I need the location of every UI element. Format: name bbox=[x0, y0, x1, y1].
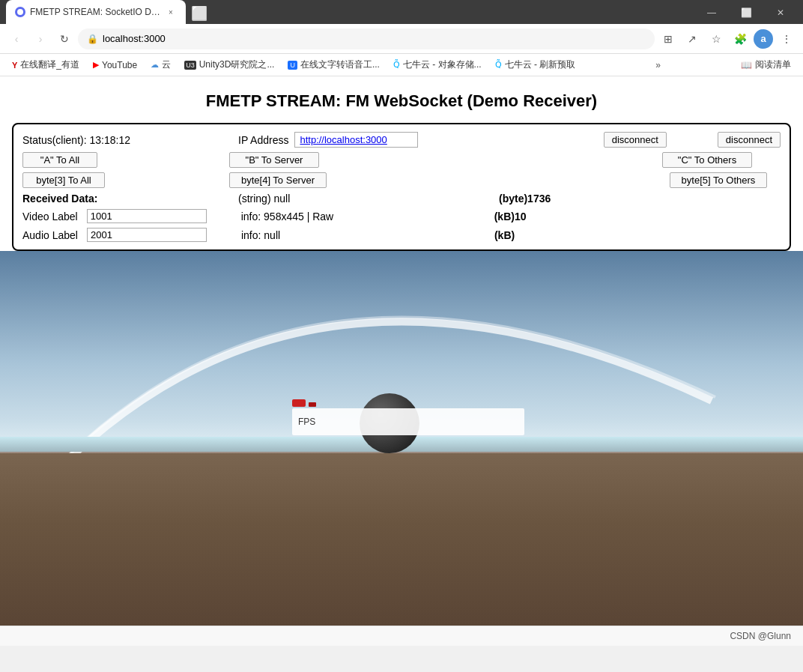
extensions-button[interactable]: 🧩 bbox=[730, 28, 751, 49]
disconnect-button-2[interactable]: disconnect bbox=[718, 132, 781, 148]
youdao-favicon: Y bbox=[12, 61, 17, 70]
minimize-button[interactable]: — bbox=[695, 1, 728, 24]
c-to-others-button[interactable]: "C" To Others bbox=[662, 152, 752, 168]
forward-button[interactable]: › bbox=[30, 28, 51, 49]
bookmark-unity3d-label: Unity3D研究院之... bbox=[199, 58, 275, 71]
a-to-all-button[interactable]: "A" To All bbox=[22, 152, 97, 168]
status-text: Status(client): 13:18:12 bbox=[22, 134, 232, 146]
bookmark-qiniu2[interactable]: Q̃ 七牛云 - 刷新预取 bbox=[489, 57, 582, 73]
control-panel: Status(client): 13:18:12 IP Address disc… bbox=[12, 123, 791, 251]
browser-chrome: FMETP STREAM: SocketIO Der... × ⬜ — ⬜ ✕ … bbox=[0, 0, 803, 76]
address-bar[interactable]: 🔒 bbox=[78, 28, 655, 49]
maximize-button[interactable]: ⬜ bbox=[730, 1, 763, 24]
panel-row-3: byte[3] To All byte[4] To Server byte[5]… bbox=[22, 172, 781, 188]
info-null: info: null bbox=[241, 229, 488, 241]
nav-actions: ⊞ ↗ ☆ 🧩 a ⋮ bbox=[658, 28, 797, 49]
refresh-button[interactable]: ↻ bbox=[54, 28, 75, 49]
bookmark-unity3d[interactable]: U3 Unity3D研究院之... bbox=[178, 57, 280, 73]
user-avatar[interactable]: a bbox=[754, 29, 773, 49]
reading-list-icon: 📖 bbox=[741, 60, 752, 70]
nav-bar: ‹ › ↻ 🔒 ⊞ ↗ ☆ 🧩 a ⋮ bbox=[0, 24, 803, 54]
cloud-favicon: ☁ bbox=[151, 60, 159, 70]
video-label-input[interactable] bbox=[87, 209, 207, 223]
footer-text: CSDN @Glunn bbox=[730, 631, 791, 641]
kb-empty-label: (kB) bbox=[494, 229, 515, 241]
menu-button[interactable]: ⋮ bbox=[776, 28, 797, 49]
tab-title: FMETP STREAM: SocketIO Der... bbox=[30, 7, 160, 17]
bookmark-online-text[interactable]: U 在线文字转语音工... bbox=[282, 57, 386, 73]
ip-input[interactable] bbox=[294, 132, 418, 148]
footer: CSDN @Glunn bbox=[0, 626, 803, 646]
byte5-to-others-button[interactable]: byte[5] To Others bbox=[670, 172, 767, 188]
audio-label-input[interactable] bbox=[87, 228, 207, 242]
bookmark-star-button[interactable]: ☆ bbox=[706, 28, 727, 49]
received-data-label: Received Data: bbox=[22, 193, 232, 205]
qr-icon-button[interactable]: ⊞ bbox=[658, 28, 679, 49]
close-button[interactable]: ✕ bbox=[764, 1, 797, 24]
byte4-to-server-button[interactable]: byte[4] To Server bbox=[229, 172, 327, 188]
reading-list-label: 阅读清单 bbox=[755, 58, 791, 71]
bookmark-youdao[interactable]: Y 在线翻译_有道 bbox=[6, 57, 85, 73]
audio-label-text: Audio Label bbox=[22, 229, 78, 241]
panel-row-6: Audio Label info: null (kB) bbox=[22, 228, 781, 242]
page-title: FMETP STREAM: FM WebSocket (Demo Receive… bbox=[0, 76, 803, 123]
panel-row-4: Received Data: (string) null (byte)1736 bbox=[22, 193, 781, 205]
red-aircraft-wing bbox=[309, 402, 316, 407]
disconnect-button-1[interactable]: disconnect bbox=[604, 132, 667, 148]
byte3-to-all-button[interactable]: byte[3] To All bbox=[22, 172, 105, 188]
page-content: FMETP STREAM: FM WebSocket (Demo Receive… bbox=[0, 76, 803, 646]
ground bbox=[0, 453, 803, 626]
bookmark-youtube[interactable]: ▶ YouTube bbox=[87, 58, 143, 72]
red-aircraft-body bbox=[292, 399, 306, 407]
qiniu2-favicon: Q̃ bbox=[495, 60, 502, 70]
bookmark-cloud[interactable]: ☁ 云 bbox=[145, 57, 177, 73]
back-button[interactable]: ‹ bbox=[6, 28, 27, 49]
b-to-server-button[interactable]: "B" To Server bbox=[229, 152, 319, 168]
lock-icon: 🔒 bbox=[87, 34, 98, 44]
string-null-label: (string) null bbox=[238, 193, 493, 205]
panel-row-1: Status(client): 13:18:12 IP Address disc… bbox=[22, 132, 781, 148]
tab-favicon bbox=[15, 7, 25, 17]
video-background: FPS bbox=[0, 251, 803, 626]
bookmark-online-text-label: 在线文字转语音工... bbox=[300, 58, 380, 71]
bookmark-cloud-label: 云 bbox=[162, 58, 171, 71]
svg-point-0 bbox=[17, 9, 23, 15]
hud-text: FPS bbox=[298, 417, 315, 427]
kb-label: (kB)10 bbox=[494, 211, 527, 223]
bookmarks-more-button[interactable]: » bbox=[651, 58, 665, 72]
qiniu1-favicon: Q̃ bbox=[393, 60, 400, 70]
video-container: FPS bbox=[0, 251, 803, 626]
bookmark-qiniu2-label: 七牛云 - 刷新预取 bbox=[505, 58, 576, 71]
unity3d-favicon: U3 bbox=[184, 61, 196, 70]
bookmark-youdao-label: 在线翻译_有道 bbox=[20, 58, 79, 71]
tab-bar: FMETP STREAM: SocketIO Der... × ⬜ — ⬜ ✕ bbox=[0, 0, 803, 24]
online-text-favicon: U bbox=[288, 61, 297, 70]
ip-label: IP Address bbox=[238, 134, 288, 146]
bookmark-qiniu1-label: 七牛云 - 对象存储... bbox=[403, 58, 482, 71]
panel-row-5: Video Label info: 958x445 | Raw (kB)10 bbox=[22, 209, 781, 223]
hud-bar: FPS bbox=[292, 408, 524, 435]
panel-row-2: "A" To All "B" To Server "C" To Others bbox=[22, 152, 781, 168]
info-resolution: info: 958x445 | Raw bbox=[241, 211, 488, 223]
active-tab[interactable]: FMETP STREAM: SocketIO Der... × bbox=[6, 0, 186, 24]
new-tab-button[interactable]: ⬜ bbox=[189, 3, 210, 24]
window-controls: — ⬜ ✕ bbox=[695, 1, 797, 24]
bookmarks-bar: Y 在线翻译_有道 ▶ YouTube ☁ 云 U3 Unity3D研究院之..… bbox=[0, 54, 803, 76]
video-label-text: Video Label bbox=[22, 211, 78, 223]
bookmark-qiniu1[interactable]: Q̃ 七牛云 - 对象存储... bbox=[387, 57, 488, 73]
share-button[interactable]: ↗ bbox=[682, 28, 703, 49]
youtube-favicon: ▶ bbox=[93, 60, 99, 70]
byte-value-label: (byte)1736 bbox=[499, 193, 551, 205]
reading-list-button[interactable]: 📖 阅读清单 bbox=[735, 57, 797, 73]
url-input[interactable] bbox=[103, 33, 646, 44]
bookmark-youtube-label: YouTube bbox=[102, 60, 137, 70]
tab-close-button[interactable]: × bbox=[165, 6, 177, 18]
